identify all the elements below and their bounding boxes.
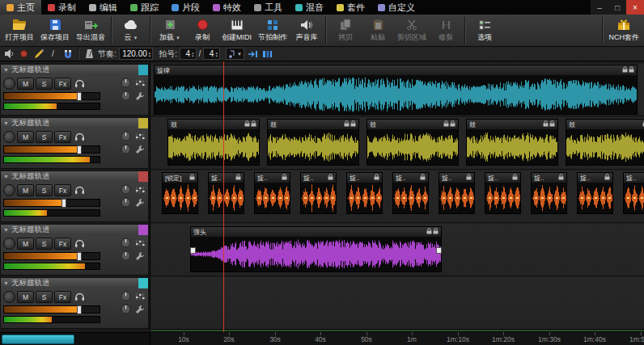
headphones-icon[interactable] bbox=[73, 185, 86, 196]
audio-clip[interactable]: 鼓 bbox=[267, 119, 359, 166]
track-header[interactable]: ▼无标题轨道 bbox=[1, 65, 148, 75]
tempo-input[interactable]: 120.00 ▴▾ bbox=[119, 48, 154, 60]
lock-icon[interactable] bbox=[350, 120, 356, 128]
track-s-button[interactable]: S bbox=[36, 131, 53, 143]
audio-clip[interactable]: 旋.. bbox=[346, 172, 383, 214]
track-header[interactable]: ▼无标题轨道 bbox=[1, 118, 148, 128]
lock-icon[interactable] bbox=[543, 120, 549, 128]
pan-knob-icon[interactable] bbox=[119, 238, 132, 248]
clip-header[interactable]: 旋律 bbox=[155, 65, 637, 75]
lock-icon[interactable] bbox=[443, 120, 449, 128]
timesig-denominator-input[interactable]: 4 ▴▾ bbox=[203, 48, 220, 60]
slash-icon[interactable]: / bbox=[47, 48, 59, 60]
track-s-button[interactable]: S bbox=[36, 291, 53, 303]
scrollbar-thumb[interactable] bbox=[2, 334, 74, 344]
clip-header[interactable]: 旋.. bbox=[255, 173, 290, 183]
track-fx-button[interactable]: Fx bbox=[54, 184, 71, 196]
lock-icon[interactable] bbox=[344, 120, 350, 128]
volume-fader-handle[interactable] bbox=[61, 199, 66, 208]
track-m-button[interactable]: M bbox=[17, 238, 34, 250]
track-s-button[interactable]: S bbox=[36, 78, 53, 90]
send-knob-icon[interactable] bbox=[119, 250, 132, 261]
pan-knob-icon[interactable] bbox=[119, 291, 132, 301]
volume-fader-handle[interactable] bbox=[77, 252, 82, 261]
timesig-den-spinner-icon[interactable]: ▴▾ bbox=[215, 51, 218, 57]
clip-header[interactable]: 鼓 bbox=[566, 120, 644, 129]
menu-item-suite[interactable]: 套件 bbox=[330, 0, 371, 15]
volume-fader[interactable] bbox=[3, 92, 100, 100]
audio-clip[interactable]: 鼓 bbox=[366, 119, 459, 166]
horizontal-scrollbar[interactable] bbox=[0, 332, 150, 345]
audio-clip[interactable]: 鼓 bbox=[167, 119, 260, 166]
send-knob-icon[interactable] bbox=[119, 144, 132, 154]
collapse-arrow-icon[interactable]: ▼ bbox=[3, 280, 9, 286]
lock-icon[interactable] bbox=[420, 174, 426, 182]
volume-fader[interactable] bbox=[3, 305, 100, 313]
toolbar-button-record-btn[interactable]: 录制 bbox=[186, 15, 218, 46]
clip-resize-handle-left[interactable] bbox=[190, 247, 196, 254]
timeline-lane[interactable] bbox=[150, 277, 644, 330]
lock-icon[interactable] bbox=[512, 174, 518, 182]
timesig-numerator-input[interactable]: 4 ▴▾ bbox=[180, 48, 197, 60]
track-s-button[interactable]: S bbox=[36, 184, 53, 196]
headphones-icon[interactable] bbox=[73, 292, 86, 302]
track-fx-button[interactable]: Fx bbox=[54, 78, 71, 90]
audio-clip[interactable]: 旋.. bbox=[254, 172, 290, 214]
send-knob-icon[interactable] bbox=[119, 90, 132, 101]
volume-fader-handle[interactable] bbox=[77, 145, 82, 154]
timeline-lane[interactable]: 旋律 bbox=[150, 64, 644, 116]
clip-header[interactable]: 弹头 bbox=[191, 227, 441, 237]
lock-icon[interactable] bbox=[251, 120, 256, 128]
audio-clip[interactable]: 旋.. bbox=[439, 172, 475, 214]
clip-header[interactable]: 旋.. bbox=[347, 173, 382, 183]
wrench-icon[interactable] bbox=[133, 197, 146, 208]
clip-header[interactable]: 鼓 bbox=[268, 120, 358, 129]
clip-header[interactable]: 旋.. bbox=[209, 173, 244, 183]
audio-clip[interactable]: 旋.. bbox=[577, 172, 613, 214]
volume-fader[interactable] bbox=[3, 145, 100, 154]
clip-header[interactable]: 鼓 bbox=[367, 120, 458, 129]
mini-fader-icon[interactable] bbox=[133, 78, 146, 88]
auto-scroll-button[interactable] bbox=[247, 48, 259, 60]
mini-fader-icon[interactable] bbox=[133, 184, 146, 195]
toolbar-button-options[interactable]: 选项 bbox=[468, 15, 501, 46]
toolbar-button-folder-open[interactable]: 打开项目 bbox=[2, 15, 37, 46]
volume-fader-handle[interactable] bbox=[77, 92, 82, 101]
lock-icon[interactable] bbox=[450, 120, 455, 128]
clip-header[interactable]: [锁定] bbox=[163, 173, 197, 183]
clip-header[interactable]: 旋.. bbox=[578, 173, 612, 183]
collapse-arrow-icon[interactable]: ▼ bbox=[3, 227, 9, 233]
track-m-button[interactable]: M bbox=[17, 131, 34, 143]
record-arm-button[interactable] bbox=[3, 184, 15, 196]
collapse-arrow-icon[interactable]: ▼ bbox=[3, 174, 9, 179]
audio-clip[interactable]: 旋.. bbox=[208, 172, 244, 214]
time-ruler[interactable]: 10s20s30s40s50s1m1m:10s1m:20s1m:30s1m:40… bbox=[150, 331, 644, 345]
clip-header[interactable]: 旋.. bbox=[485, 173, 520, 183]
headphones-icon[interactable] bbox=[73, 132, 86, 142]
lock-icon[interactable] bbox=[426, 228, 432, 236]
lock-icon[interactable] bbox=[622, 66, 628, 74]
pan-knob-icon[interactable] bbox=[119, 184, 132, 195]
menu-item-tools[interactable]: 工具 bbox=[248, 0, 289, 15]
zoom-fit-button[interactable] bbox=[261, 48, 273, 60]
toolbar-button-midi[interactable]: 创建MIDI bbox=[218, 15, 255, 46]
clip-header[interactable]: 旋.. bbox=[532, 173, 566, 183]
menu-item-record[interactable]: 录制 bbox=[41, 0, 83, 15]
audio-clip[interactable]: [锁定] bbox=[162, 172, 198, 214]
mini-fader-icon[interactable] bbox=[133, 238, 146, 248]
record-arm-button[interactable] bbox=[3, 131, 15, 143]
lock-icon[interactable] bbox=[433, 228, 439, 236]
lock-icon[interactable] bbox=[374, 174, 379, 182]
lock-icon[interactable] bbox=[466, 174, 472, 182]
menu-item-mix[interactable]: 混音 bbox=[289, 0, 330, 15]
audio-clip[interactable]: 旋律 bbox=[154, 65, 638, 115]
collapse-arrow-icon[interactable]: ▼ bbox=[3, 120, 9, 126]
audio-clip[interactable]: 旋.. bbox=[485, 172, 521, 214]
track-m-button[interactable]: M bbox=[17, 291, 34, 303]
timesig-num-spinner-icon[interactable]: ▴▾ bbox=[192, 51, 194, 57]
audio-clip[interactable]: 旋.. bbox=[392, 172, 429, 214]
timeline-area[interactable]: 旋律鼓鼓鼓鼓鼓[锁定]旋..旋..旋..旋..旋..旋..旋..旋..旋..旋.… bbox=[150, 61, 644, 345]
toolbar-button-cloud[interactable]: 云▼ bbox=[115, 15, 147, 46]
clip-resize-handle-right[interactable] bbox=[436, 247, 442, 254]
volume-fader-handle[interactable] bbox=[77, 305, 82, 314]
